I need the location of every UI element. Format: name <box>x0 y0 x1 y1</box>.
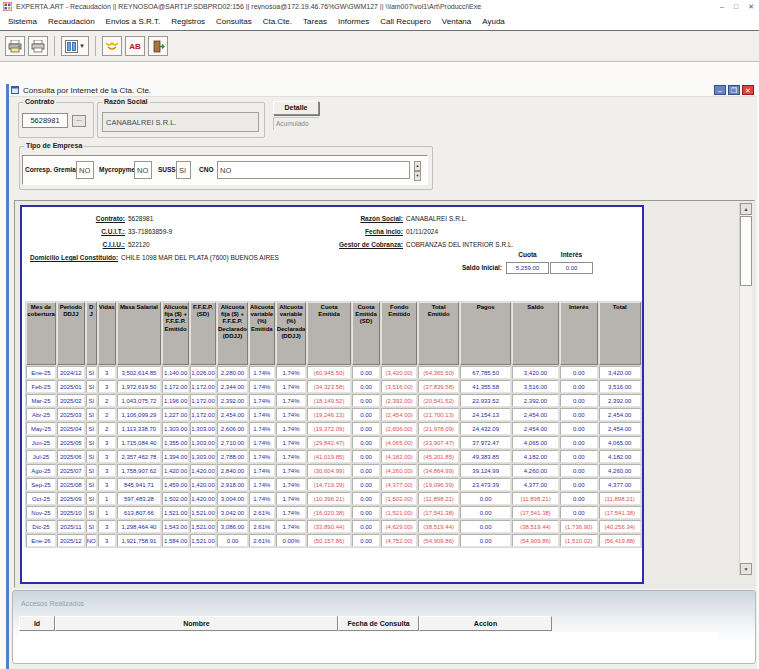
grid-cell: 2,606.00 <box>217 422 248 435</box>
menu-item-sistema[interactable]: Sistema <box>8 17 37 26</box>
grid-row[interactable]: May-252025/04SI21,113,338.701,303.001,30… <box>26 422 641 435</box>
spin-up-icon[interactable]: ▲ <box>414 161 421 171</box>
grid-cell: 2,392.00 <box>599 394 641 407</box>
info-domicilio-value: CHILE 1098 MAR DEL PLATA (7600) BUENOS A… <box>121 254 279 261</box>
scroll-up-icon[interactable]: ▲ <box>740 203 752 215</box>
grid-cell: (4,260.00) <box>381 464 417 477</box>
menu-item-consultas[interactable]: Consultas <box>216 17 252 26</box>
menu-bar: SistemaRecaudaciónEnvios a S.R.T.Registr… <box>0 13 759 31</box>
grid-cell: 0.00 <box>352 380 381 393</box>
cno-spinner: ▲ ▼ <box>414 161 421 178</box>
acumulado-label: Acumulado <box>273 117 319 130</box>
grid-cell: 1.74% <box>276 492 307 505</box>
menu-item-call-recupero[interactable]: Call Recupero <box>380 17 431 26</box>
grid-cell: 1,420.00 <box>190 464 216 477</box>
grid-cell: (11,898.21) <box>599 492 641 505</box>
contrato-input[interactable] <box>22 113 68 128</box>
grid-cell: 2024/12 <box>57 366 85 379</box>
menu-item-recaudaci-n[interactable]: Recaudación <box>48 17 95 26</box>
grid-cell: (21,978.09) <box>418 422 459 435</box>
print-color-button[interactable] <box>5 36 25 56</box>
minimize-button[interactable]: – <box>720 3 724 11</box>
info-gestor-label: Gestor de Cobranza: <box>317 241 403 248</box>
grid-col-header: Mes decobertura <box>26 302 56 365</box>
menu-item-cta-cte[interactable]: Cta.Cte. <box>263 17 292 26</box>
grid-cell: 0.00 <box>352 492 381 505</box>
grid-cell: (1,736.90) <box>560 520 597 533</box>
saldo-inicial-label: Saldo Inicial: <box>410 264 502 271</box>
scrollbar-thumb[interactable] <box>740 216 752 286</box>
grid-cell: SI <box>86 380 97 393</box>
exit-button[interactable] <box>148 36 168 56</box>
grid-cell: (41,019.85) <box>307 450 350 463</box>
grid-row[interactable]: Mar-252025/02SI21,043,075.721,196.001,17… <box>26 394 641 407</box>
child-restore-button[interactable]: ❐ <box>728 85 740 95</box>
tipo-field-value-0[interactable]: NO <box>76 161 94 179</box>
grid-cell: (4,182.00) <box>381 450 417 463</box>
grid-row[interactable]: Abr-252025/03SI21,106,099.291,227.001,17… <box>26 408 641 421</box>
grid-cell: (1,502.00) <box>381 492 417 505</box>
grid-col-header: Total <box>599 302 641 365</box>
grid-cell: 0.00 <box>560 422 597 435</box>
ab-button[interactable]: AB <box>125 36 145 56</box>
grid-row[interactable]: Dic-252025/11SI31,298,464.401,543.001,52… <box>26 520 641 533</box>
grid-cell: (33,890.44) <box>307 520 350 533</box>
maximize-button[interactable]: □ <box>734 3 738 11</box>
grid-col-header: CuotaEmitida(SD) <box>352 302 381 365</box>
grid-cell: 0.00 <box>352 520 381 533</box>
grid-cell: Ago-25 <box>26 464 56 477</box>
grid-row[interactable]: Ene-252024/12SI33,502,614.851,140.001,02… <box>26 366 641 379</box>
grid-row[interactable]: Nov-252025/10SI1613,807.661,521.001,521.… <box>26 506 641 519</box>
detail-panel: Contrato: 5628981 C.U.I.T.: 33-71863859-… <box>20 205 644 584</box>
tipo-field-value-2[interactable]: SI <box>176 161 191 179</box>
columns-button[interactable]: ▼ <box>61 36 89 56</box>
menu-item-ventana[interactable]: Ventana <box>442 17 471 26</box>
grid-cell: 1.74% <box>249 366 275 379</box>
favorites-button[interactable] <box>102 36 122 56</box>
grid-row[interactable]: Ago-252025/07SI31,758,907.621,420.001,42… <box>26 464 641 477</box>
contrato-group: Contrato ... <box>18 102 94 138</box>
menu-item-envios-a-s-r-t[interactable]: Envios a S.R.T. <box>106 17 161 26</box>
grid-cell: Ene-25 <box>26 366 56 379</box>
contrato-browse-button[interactable]: ... <box>72 115 86 127</box>
spin-down-icon[interactable]: ▼ <box>414 171 421 181</box>
menu-item-registros[interactable]: Registros <box>171 17 205 26</box>
grid-cell: (19,246.13) <box>307 408 350 421</box>
grid-col-header: Alicuotafija ($) +F.F.E.P.Declarado(DDJJ… <box>217 302 248 365</box>
info-gestor: Gestor de Cobranza: COBRANZAS DEL INTERI… <box>317 241 513 248</box>
grid-cell: 1,298,464.40 <box>117 520 162 533</box>
menu-item-ayuda[interactable]: Ayuda <box>482 17 505 26</box>
grid-row[interactable]: Jun-252025/05SI31,715,084.401,355.001,30… <box>26 436 641 449</box>
print-color-icon <box>8 40 22 53</box>
accesos-col-header-nombre: Nombre <box>55 616 338 631</box>
child-close-button[interactable]: ✕ <box>742 85 754 95</box>
grid-row[interactable]: Sep-252025/08SI3845,941.711,459.001,420.… <box>26 478 641 491</box>
print-button[interactable] <box>28 36 48 56</box>
child-minimize-button[interactable]: – <box>714 85 726 95</box>
grid-cell: 1,584.00 <box>162 534 189 547</box>
grid-cell: (50,157.86) <box>307 534 350 547</box>
grid-cell: 2,918.00 <box>217 478 248 491</box>
menu-item-tareas[interactable]: Tareas <box>303 17 327 26</box>
grid-cell: 37,972.47 <box>460 436 511 449</box>
tipo-field-value-1[interactable]: NO <box>134 161 152 179</box>
tipo-field-value-3[interactable]: NO <box>217 161 410 179</box>
info-razon-value: CANABALREI S.R.L. <box>406 215 467 222</box>
grid-row[interactable]: Feb-252025/01SI31,972,619.501,172.001,17… <box>26 380 641 393</box>
grid-cell: 2.61% <box>249 506 275 519</box>
saldo-cuota-header: Cuota <box>506 251 549 258</box>
grid-cell: 1,521.00 <box>190 506 216 519</box>
grid-row[interactable]: Ene-262025/12NO31,921,758.911,584.001,52… <box>26 534 641 547</box>
grid-cell: SI <box>86 408 97 421</box>
scroll-down-icon[interactable]: ▼ <box>740 563 752 575</box>
detalle-button[interactable]: Detalle <box>273 101 319 115</box>
grid-cell: (1,510.02) <box>560 534 597 547</box>
menu-item-informes[interactable]: Informes <box>338 17 369 26</box>
grid-cell: 0.00 <box>460 492 511 505</box>
grid-cell: (30,604.99) <box>307 464 350 477</box>
child-window: Consulta por Internet de la Cta. Cte. – … <box>6 84 757 669</box>
grid-row[interactable]: Oct-252025/09SI1597,483.281,502.001,420.… <box>26 492 641 505</box>
close-button[interactable]: ✕ <box>748 3 754 11</box>
grid-cell: 2 <box>98 422 116 435</box>
grid-row[interactable]: Jul-252025/06SI32,357,462.781,394.001,30… <box>26 450 641 463</box>
